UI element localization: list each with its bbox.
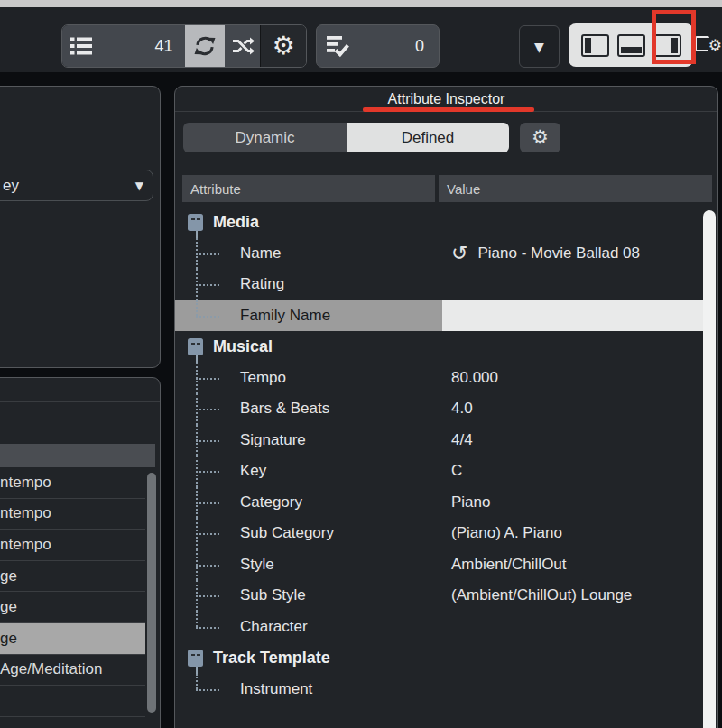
attribute-value-cell[interactable]: 80.000 [442,363,703,394]
left-list-panel: ntempontempontempogegegeAge/Meditation [0,377,161,728]
attribute-name-cell: Key [175,456,442,487]
attribute-group-row[interactable]: Media [175,207,717,238]
window-top-strip [0,0,722,7]
attribute-name-cell: Name [175,238,442,270]
filter-value-list: ntempontempontempogegegeAge/Meditation [0,467,145,728]
dropdown-arrow-button[interactable]: ▼ [519,25,560,68]
attribute-row[interactable]: Rating [175,269,717,300]
attribute-value-cell[interactable]: Ambient/ChillOut [442,549,703,581]
attribute-value-text: 4.0 [451,400,473,418]
attribute-group-row[interactable]: Track Template [175,642,717,674]
attribute-row[interactable]: Instrument [175,674,717,705]
list-item[interactable]: Age/Meditation [0,655,145,687]
list-item[interactable]: ntempo [0,530,145,561]
layout-bottom-icon [621,47,642,53]
gear-icon: ⚙ [273,33,295,59]
panel-divider [0,401,160,402]
attribute-value-cell[interactable]: Piano [442,487,703,519]
mediabay-toolbar: 41 ⚙ [0,7,722,72]
layout-bottom-zone-button[interactable] [617,34,645,57]
group-label: Track Template [213,649,330,668]
attribute-name-cell: Rating [175,269,442,300]
attribute-name-cell: Instrument [175,674,442,705]
inspector-scrollbar[interactable] [703,210,717,728]
attribute-value-text: (Piano) A. Piano [451,524,562,542]
attribute-value-text: (Ambient/ChillOut) Lounge [451,586,632,604]
window-setup-button[interactable]: ⚙ [694,32,721,60]
collapse-node-icon[interactable] [188,338,203,355]
filter-column-dropdown[interactable]: ey ▼ [0,170,153,201]
column-header-attribute[interactable]: Attribute [182,175,435,202]
inspector-settings-button[interactable]: ⚙ [520,123,560,152]
attribute-rows: MediaName↺Piano - Movie Ballad 08RatingF… [175,207,717,705]
attribute-value-cell[interactable] [442,674,703,705]
attribute-group-row[interactable]: Musical [175,331,717,363]
filter-column-label: ey [3,177,19,195]
attribute-name-cell: Character [175,612,442,643]
panel-divider [0,115,160,115]
list-item[interactable] [0,717,145,728]
collapse-node-icon[interactable] [188,214,203,231]
tab-dynamic[interactable]: Dynamic [183,123,347,152]
column-header-value[interactable]: Value [439,175,712,202]
attribute-value-cell[interactable]: (Piano) A. Piano [442,518,703,549]
list-item[interactable]: ge [0,592,145,623]
attribute-value-cell[interactable] [442,612,703,643]
list-item[interactable]: ntempo [0,499,145,530]
attribute-name-cell: Sub Style [175,580,442,612]
shuffle-button[interactable] [225,25,260,67]
attribute-value-text: Piano [451,493,490,511]
list-item[interactable] [0,686,145,717]
window-setup-icon [695,36,709,51]
list-column-header[interactable] [0,444,155,467]
attribute-row[interactable]: Signature4/4 [175,425,717,456]
attribute-value-text: 80.000 [451,369,498,387]
gear-icon: ⚙ [532,128,549,147]
refresh-icon [193,34,217,58]
attribute-value-text: 4/4 [451,431,473,449]
list-scrollbar[interactable] [147,473,156,713]
attribute-value-cell[interactable]: C [442,456,703,487]
attribute-name-cell: Bars & Beats [175,393,442,425]
attribute-name-cell: Sub Category [175,518,442,549]
attribute-value-cell[interactable]: 4/4 [442,425,703,456]
list-item[interactable]: ge [0,561,145,593]
attribute-row[interactable]: KeyC [175,456,717,487]
tab-defined[interactable]: Defined [347,123,509,152]
inspector-tabs: Dynamic Defined ⚙ [183,123,560,152]
attribute-row[interactable]: Name↺Piano - Movie Ballad 08 [175,238,717,270]
attribute-row[interactable]: Sub Category(Piano) A. Piano [175,518,717,549]
attribute-row[interactable]: Bars & Beats4.0 [175,393,717,425]
annotation-box [652,10,696,64]
dropdown-arrow-icon: ▼ [534,40,544,54]
annotation-underline [363,107,534,112]
attribute-name-cell: Style [175,549,442,581]
attribute-row[interactable]: Tempo80.000 [175,363,717,394]
attribute-value-cell[interactable] [442,300,714,332]
attribute-row[interactable]: CategoryPiano [175,487,717,519]
list-item[interactable]: ntempo [0,467,145,499]
list-item[interactable]: ge [0,623,145,655]
refresh-button[interactable] [185,25,226,67]
filter-list-icon [62,35,97,57]
attribute-value-cell[interactable]: ↺Piano - Movie Ballad 08 [442,238,703,270]
attribute-row[interactable]: Family Name [175,300,717,332]
attribute-row[interactable]: Character [175,612,717,643]
attribute-row[interactable]: Sub Style(Ambient/ChillOut) Lounge [175,580,717,612]
attribute-name-cell: Signature [175,425,442,456]
revert-icon[interactable]: ↺ [451,244,467,263]
attribute-value-cell[interactable] [442,269,703,300]
attribute-value-text: C [451,462,462,480]
attribute-value-cell[interactable]: 4.0 [442,393,703,425]
collapse-node-icon[interactable] [188,650,203,667]
attribute-value-text: Ambient/ChillOut [451,556,567,574]
attribute-name-cell: Category [175,487,442,519]
layout-left-zone-button[interactable] [581,34,609,57]
checked-count: 0 [415,37,439,56]
attribute-row[interactable]: StyleAmbient/ChillOut [175,549,717,581]
checked-items-field[interactable]: 0 [316,24,440,68]
attribute-value-cell[interactable]: (Ambient/ChillOut) Lounge [442,580,703,612]
result-count: 41 [154,37,184,56]
result-count-field[interactable]: 41 [62,25,185,67]
results-settings-button[interactable]: ⚙ [260,25,306,67]
